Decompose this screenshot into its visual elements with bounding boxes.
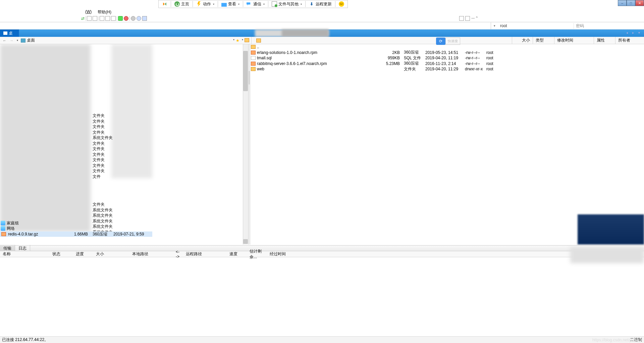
refresh-badge[interactable]: ⟳ xyxy=(436,38,445,45)
tab-next-icon[interactable]: ▸ xyxy=(631,31,635,36)
remote-row[interactable]: erlang-solutions-1.0-1.noarch.rpm2KB360压… xyxy=(250,50,644,56)
tab-menu-icon[interactable]: ▾ xyxy=(637,31,641,36)
folder-icon[interactable] xyxy=(245,38,249,42)
stop-icon[interactable] xyxy=(124,16,128,21)
nav-fwd-icon[interactable]: → xyxy=(9,39,14,43)
tb-icon-1[interactable] xyxy=(87,16,92,21)
quick-search[interactable]: 快速搜 xyxy=(445,38,460,45)
tb-icon-5[interactable] xyxy=(111,16,116,21)
view-button[interactable]: 查看▾ xyxy=(219,1,241,8)
tab-prev-icon[interactable]: ◂ xyxy=(625,31,629,36)
layout-icon-1[interactable] xyxy=(459,16,464,21)
cell-mod: 2019-04-20, 11:29 xyxy=(423,67,463,71)
sql-icon xyxy=(251,56,256,60)
remote-row[interactable]: rabbitmq-server-3.6.6-1.el7.noarch.rpm5.… xyxy=(250,61,644,67)
th-est[interactable]: 估计剩余... xyxy=(247,249,267,260)
th-elapsed[interactable]: 经过时间 xyxy=(267,251,294,257)
type-cell: 文件夹 xyxy=(93,146,113,152)
col-owner[interactable]: 所有者 xyxy=(615,37,642,44)
address-input[interactable] xyxy=(0,22,491,29)
th-arrow: <--> xyxy=(173,250,183,259)
star-icon[interactable]: ★ xyxy=(236,38,240,43)
minimize-button[interactable]: – xyxy=(618,0,627,6)
expand-panel-icon[interactable]: ^ xyxy=(476,16,478,21)
type-cell: 系统文件夹 xyxy=(93,213,113,218)
user-field[interactable]: root xyxy=(498,23,574,28)
type-cell: 文件夹 xyxy=(93,168,113,174)
status-bar: 已连接 212.64.77.44:22。 二进制 xyxy=(0,336,644,343)
tab-desktop[interactable]: 桌 xyxy=(0,29,19,37)
cell-own: root xyxy=(484,50,504,55)
type-cell: 文件夹 xyxy=(93,152,113,157)
scissors-icon xyxy=(162,1,167,7)
col-attr[interactable]: 属性 xyxy=(594,37,615,44)
update-button[interactable]: ⬇远程更新 xyxy=(307,1,334,8)
up-icon xyxy=(251,45,256,49)
cell-attr: -rw-r--r-- xyxy=(463,61,484,66)
col-size[interactable]: 大小 xyxy=(512,37,533,44)
file-name: .. xyxy=(257,45,381,49)
remote-up-icon[interactable] xyxy=(256,39,261,43)
layout-icon-2[interactable] xyxy=(465,16,470,21)
files-button[interactable]: 文件与其他▾ xyxy=(270,1,304,8)
comm-icon xyxy=(247,1,252,7)
help-icon[interactable] xyxy=(137,16,141,21)
th-status[interactable]: 状态 xyxy=(50,251,73,257)
col-mod[interactable]: 修改时间 xyxy=(554,37,594,44)
file-icon xyxy=(272,1,277,7)
th-name[interactable]: 名称 xyxy=(0,251,50,257)
local-scrollbar[interactable] xyxy=(243,44,248,245)
local-selected-row[interactable]: redis-4.0.9.tar.gz 1.66MB 360压缩 2019-07-… xyxy=(0,231,152,237)
tab-transfer[interactable]: 传输 xyxy=(0,245,15,252)
th-progress[interactable]: 进度 xyxy=(73,251,93,257)
type-cell: 系统文件夹 xyxy=(93,218,113,224)
menu-help[interactable]: 帮助(H) xyxy=(98,9,111,15)
tab-log[interactable]: 日志 xyxy=(15,245,30,252)
play-icon[interactable] xyxy=(118,16,123,21)
th-speed[interactable]: 速度 xyxy=(227,251,247,257)
breadcrumb-desktop[interactable]: 桌面 xyxy=(21,38,35,43)
type-cell: 系统文件夹 xyxy=(93,135,113,141)
nav-row: ← → ▾ 桌面 ▾ ★ ▾ 大小 类型 修改时间 属性 所有者 xyxy=(0,37,644,44)
remote-row[interactable]: tmall.sql959KBSQL 文件2019-04-20, 11:19-rw… xyxy=(250,55,644,61)
smile-button[interactable] xyxy=(337,1,346,7)
maximize-button[interactable]: □ xyxy=(627,0,635,6)
th-remote[interactable]: 远程路径 xyxy=(183,251,227,257)
action-button[interactable]: 动作▾ xyxy=(194,1,216,8)
cell-mod: 2019-05-23, 14:51 xyxy=(423,50,463,55)
refresh-arrows-icon[interactable]: ⇄ xyxy=(81,16,85,21)
minimize-panel-icon[interactable]: — xyxy=(471,16,475,21)
remote-row[interactable]: .. xyxy=(250,44,644,50)
tab-icon xyxy=(3,31,7,35)
chevron-down-icon: ▾ xyxy=(238,3,239,6)
window-controls: – □ ✕ xyxy=(618,0,644,6)
gear-icon[interactable] xyxy=(131,16,136,21)
close-button[interactable]: ✕ xyxy=(635,0,644,6)
scissors-button[interactable] xyxy=(160,1,169,7)
home-button[interactable]: 主页 xyxy=(172,1,191,8)
sidebar-network[interactable]: 网络 xyxy=(1,226,19,231)
type-cell: 系统文件夹 xyxy=(93,207,113,213)
tb-icon-3[interactable] xyxy=(100,16,104,21)
type-cell: 文件 xyxy=(93,174,113,180)
nav-history-icon[interactable]: ▾ xyxy=(16,39,19,42)
cell-type: 360压缩 xyxy=(402,61,423,66)
col-type[interactable]: 类型 xyxy=(533,37,554,44)
path-dropdown-icon[interactable]: ▾ xyxy=(233,38,234,43)
sidebar-homegroup[interactable]: 家庭组 xyxy=(1,220,19,226)
remote-row[interactable]: web文件夹2019-04-20, 11:29drwxr-xr-xroot xyxy=(250,66,644,72)
nav-back-icon[interactable]: ← xyxy=(2,39,7,43)
address-dropdown-icon[interactable]: ▾ xyxy=(491,24,498,27)
th-size[interactable]: 大小 xyxy=(93,251,129,257)
tb-icon-2[interactable] xyxy=(93,16,97,21)
password-field[interactable]: 密码 xyxy=(574,23,644,29)
main-area: 文件夹文件夹文件夹文件夹系统文件夹文件夹文件夹文件夹文件夹文件夹文件夹文件 文件… xyxy=(0,44,644,245)
chat-icon[interactable] xyxy=(142,16,147,21)
chevron-down-icon: ▾ xyxy=(213,3,214,6)
comm-button[interactable]: 通信▾ xyxy=(245,1,267,8)
menu-w[interactable]: (W) xyxy=(85,9,92,15)
watermark: https://blog.csdn.net/publicv xyxy=(592,338,642,342)
th-local[interactable]: 本地路径 xyxy=(129,251,173,257)
tb-icon-4[interactable] xyxy=(105,16,110,21)
cell-mod: 2016-11-23, 2:14 xyxy=(423,61,463,66)
